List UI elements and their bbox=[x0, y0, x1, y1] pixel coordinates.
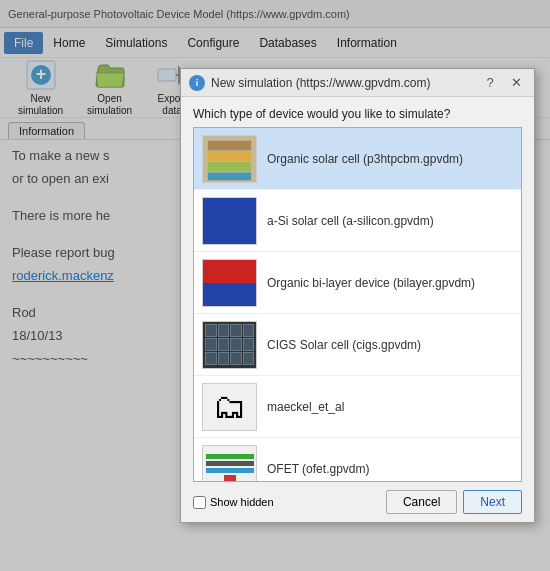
device-item-maeckel[interactable]: 🗂 maeckel_et_al bbox=[194, 376, 521, 438]
main-window: General-purpose Photovoltaic Device Mode… bbox=[0, 0, 550, 571]
device-item-organic-solar[interactable]: Organic solar cell (p3htpcbm.gpvdm) bbox=[194, 128, 521, 190]
svg-rect-10 bbox=[208, 172, 251, 180]
organic-solar-name: Organic solar cell (p3htpcbm.gpvdm) bbox=[267, 152, 463, 166]
dialog-title-bar: i New simulation (https://www.gpvdm.com)… bbox=[181, 69, 534, 97]
a-si-name: a-Si solar cell (a-silicon.gpvdm) bbox=[267, 214, 434, 228]
dialog-question: Which type of device would you like to s… bbox=[181, 97, 534, 127]
ofet-name: OFET (ofet.gpvdm) bbox=[267, 462, 369, 476]
svg-rect-7 bbox=[208, 140, 251, 150]
show-hidden-label[interactable]: Show hidden bbox=[193, 496, 274, 509]
dialog-title: New simulation (https://www.gpvdm.com) bbox=[211, 76, 474, 90]
ofet-thumb bbox=[202, 445, 257, 482]
maeckel-name: maeckel_et_al bbox=[267, 400, 344, 414]
dialog-icon: i bbox=[189, 75, 205, 91]
device-item-bilayer[interactable]: Organic bi-layer device (bilayer.gpvdm) bbox=[194, 252, 521, 314]
a-si-thumb bbox=[202, 197, 257, 245]
dialog-help-button[interactable]: ? bbox=[480, 73, 500, 93]
device-item-a-si[interactable]: a-Si solar cell (a-silicon.gpvdm) bbox=[194, 190, 521, 252]
device-item-ofet[interactable]: OFET (ofet.gpvdm) bbox=[194, 438, 521, 481]
dialog-footer: Show hidden Cancel Next bbox=[181, 482, 534, 522]
dialog-close-button[interactable]: ✕ bbox=[506, 73, 526, 93]
device-list-container: Organic solar cell (p3htpcbm.gpvdm) a-Si… bbox=[193, 127, 522, 482]
svg-rect-9 bbox=[208, 161, 251, 171]
device-list[interactable]: Organic solar cell (p3htpcbm.gpvdm) a-Si… bbox=[194, 128, 521, 481]
cancel-button[interactable]: Cancel bbox=[386, 490, 457, 514]
next-button[interactable]: Next bbox=[463, 490, 522, 514]
svg-rect-8 bbox=[208, 151, 251, 161]
show-hidden-checkbox[interactable] bbox=[193, 496, 206, 509]
bilayer-thumb bbox=[202, 259, 257, 307]
footer-buttons: Cancel Next bbox=[386, 490, 522, 514]
maeckel-thumb: 🗂 bbox=[202, 383, 257, 431]
folder-icon: 🗂 bbox=[213, 387, 247, 426]
bilayer-name: Organic bi-layer device (bilayer.gpvdm) bbox=[267, 276, 475, 290]
new-simulation-dialog: i New simulation (https://www.gpvdm.com)… bbox=[180, 68, 535, 523]
cigs-thumb bbox=[202, 321, 257, 369]
device-item-cigs[interactable]: CIGS Solar cell (cigs.gpvdm) bbox=[194, 314, 521, 376]
cigs-name: CIGS Solar cell (cigs.gpvdm) bbox=[267, 338, 421, 352]
organic-solar-thumb bbox=[202, 135, 257, 183]
